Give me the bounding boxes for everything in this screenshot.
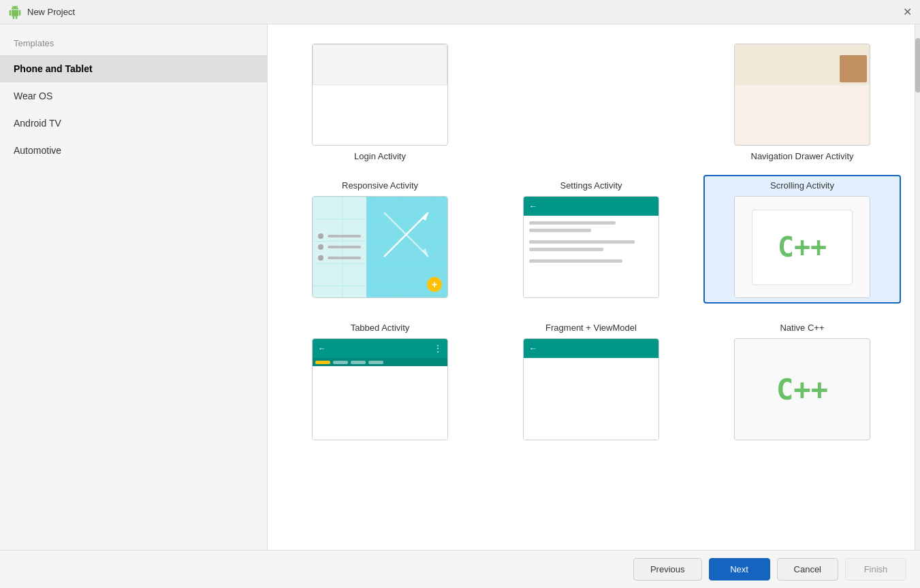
content-area: Login Activity Navigation Drawer Activit… — [268, 24, 915, 550]
sidebar-header: Templates — [0, 24, 267, 55]
thumb-native-cpp-2: C++ — [734, 338, 870, 440]
content-with-scroll: Login Activity Navigation Drawer Activit… — [268, 24, 920, 550]
svg-marker-3 — [422, 248, 428, 257]
label-login: Login Activity — [281, 151, 479, 161]
svg-marker-1 — [422, 212, 428, 220]
thumb-responsive: + — [312, 196, 448, 298]
label-settings: Settings Activity — [560, 180, 622, 191]
sidebar: Templates Phone and Tablet Wear OS Andro… — [0, 24, 268, 550]
thumb-fragment: ← — [523, 338, 659, 440]
title-bar-left: New Project — [8, 5, 75, 19]
template-card-native-cpp[interactable]: Scrolling Activity C++ — [703, 175, 901, 304]
window-title: New Project — [27, 7, 75, 17]
template-card-top1[interactable] — [281, 38, 479, 151]
thumb-top1 — [312, 44, 448, 146]
close-button[interactable]: ✕ — [903, 7, 912, 18]
title-bar: New Project ✕ — [0, 0, 920, 24]
sidebar-item-wear-os[interactable]: Wear OS — [0, 82, 267, 110]
main-content: Templates Phone and Tablet Wear OS Andro… — [0, 24, 920, 550]
scrollbar-thumb[interactable] — [915, 38, 920, 93]
finish-button[interactable]: Finish — [845, 558, 906, 581]
template-card-native-cpp-label[interactable]: Native C++ C++ — [703, 317, 901, 446]
template-card-fragment[interactable]: Fragment + ViewModel ← — [492, 317, 690, 446]
template-card-settings[interactable]: Settings Activity ← — [492, 175, 690, 304]
scrollbar-track[interactable] — [915, 24, 920, 550]
cancel-button[interactable]: Cancel — [777, 558, 838, 581]
template-card-responsive[interactable]: Responsive Activity — [281, 175, 479, 304]
templates-grid: Responsive Activity — [281, 168, 901, 453]
label-tabbed: Tabbed Activity — [351, 323, 410, 333]
thumb-tabbed: ← ⋮ — [312, 338, 448, 440]
label-native-cpp: Native C++ — [780, 323, 824, 333]
thumb-native-cpp: C++ — [734, 196, 870, 298]
sidebar-item-phone-tablet[interactable]: Phone and Tablet — [0, 55, 267, 82]
label-scrolling: Scrolling Activity — [770, 180, 834, 191]
next-button[interactable]: Next — [709, 558, 770, 581]
label-fragment: Fragment + ViewModel — [545, 323, 637, 333]
label-nav-drawer: Navigation Drawer Activity — [703, 151, 901, 161]
label-responsive: Responsive Activity — [342, 180, 418, 191]
footer: Previous Next Cancel Finish — [0, 550, 920, 588]
template-card-top2[interactable] — [703, 38, 901, 151]
sidebar-item-android-tv[interactable]: Android TV — [0, 110, 267, 137]
thumb-settings: ← — [523, 196, 659, 298]
previous-button[interactable]: Previous — [633, 558, 702, 581]
fab-icon: + — [427, 277, 442, 292]
android-logo-icon — [8, 5, 22, 19]
sidebar-item-automotive[interactable]: Automotive — [0, 137, 267, 164]
thumb-top2 — [734, 44, 870, 146]
template-card-tabbed[interactable]: Tabbed Activity ← ⋮ — [281, 317, 479, 446]
